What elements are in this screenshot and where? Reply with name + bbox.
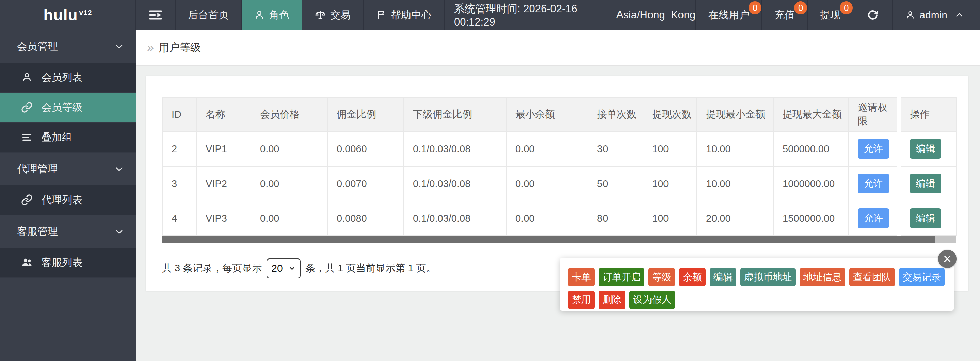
balance-button[interactable]: 余额 <box>679 268 706 286</box>
admin-app: huluv12 后台首页 角色 <box>0 0 980 361</box>
sidebar-item-member-level[interactable]: 会员等级 <box>0 93 136 123</box>
cell-min-withdraw: 10.00 <box>697 166 773 201</box>
cell-max-withdraw: 1500000.00 <box>773 201 849 236</box>
invite-permission-button[interactable]: 允许 <box>858 174 889 193</box>
nav-item-online-users[interactable]: 在线用户 0 <box>696 0 762 30</box>
sidebar-item-member-list[interactable]: 会员列表 <box>0 63 136 93</box>
delete-button[interactable]: 删除 <box>599 291 625 309</box>
table-row: 4 VIP3 0.00 0.0080 0.1/0.03/0.08 0.00 80… <box>162 201 956 236</box>
timezone: Asia/Hong_Kong <box>616 9 696 21</box>
scales-icon <box>315 9 326 21</box>
cell-name: VIP2 <box>196 166 251 201</box>
sidebar-item-label: 客服列表 <box>41 256 83 270</box>
disable-button[interactable]: 禁用 <box>568 291 595 309</box>
address-info-button[interactable]: 地址信息 <box>800 268 845 286</box>
cell-name: VIP3 <box>196 201 251 236</box>
cell-price: 0.00 <box>251 201 328 236</box>
scrollbar-thumb[interactable] <box>162 236 935 243</box>
cell-name: VIP1 <box>196 131 251 166</box>
sidebar-group-service-mgmt[interactable]: 客服管理 <box>0 215 136 248</box>
cell-withdraw-count: 100 <box>643 201 697 236</box>
users-icon <box>21 257 33 268</box>
main-content: ID 名称 会员价格 佣金比例 下级佣金比例 最小余额 接单次数 提现次数 提现… <box>136 66 980 361</box>
cell-sub-commission: 0.1/0.03/0.08 <box>404 166 506 201</box>
app-logo[interactable]: huluv12 <box>0 0 136 30</box>
admin-menu[interactable]: admin <box>893 0 980 30</box>
cell-sub-commission: 0.1/0.03/0.08 <box>404 131 506 166</box>
sidebar-toggle-button[interactable] <box>136 0 176 30</box>
col-header-order-count: 接单次数 <box>588 97 643 131</box>
edit-button[interactable]: 编辑 <box>910 174 941 193</box>
nav-item-recharge-label: 充值 <box>775 8 795 22</box>
cell-price: 0.00 <box>251 166 328 201</box>
user-icon <box>21 72 33 83</box>
select-chevron-down-icon <box>288 265 296 272</box>
chevron-down-icon <box>115 164 124 174</box>
nav-item-trade[interactable]: 交易 <box>302 0 364 30</box>
list-icon <box>21 131 33 143</box>
col-header-commission: 佣金比例 <box>328 97 404 131</box>
sidebar-item-label: 代理列表 <box>41 193 83 207</box>
refresh-button[interactable] <box>853 0 893 30</box>
cell-id: 2 <box>162 131 196 166</box>
trade-records-button[interactable]: 交易记录 <box>899 268 945 286</box>
sidebar-group-agent-mgmt[interactable]: 代理管理 <box>0 153 136 185</box>
user-level-table: ID 名称 会员价格 佣金比例 下级佣金比例 最小余额 接单次数 提现次数 提现… <box>162 97 956 236</box>
table-row: 2 VIP1 0.00 0.0060 0.1/0.03/0.08 0.00 30… <box>162 131 956 166</box>
cell-id: 4 <box>162 201 196 236</box>
cell-order-count: 50 <box>588 166 643 201</box>
col-header-min-withdraw: 提现最小金额 <box>697 97 773 131</box>
system-status-area: 系统管理时间: 2026-02-16 00:12:29 Asia/Hong_Ko… <box>445 0 696 30</box>
sidebar-group-member-mgmt[interactable]: 会员管理 <box>0 30 136 63</box>
col-header-sub-commission: 下级佣金比例 <box>404 97 506 131</box>
sidebar-item-overlay-group[interactable]: 叠加组 <box>0 123 136 153</box>
horizontal-scrollbar[interactable] <box>162 236 956 243</box>
link-icon <box>21 194 33 206</box>
pagination-suffix: 条，共 1 页当前显示第 1 页。 <box>305 262 436 275</box>
order-open-button[interactable]: 订单开启 <box>599 268 644 286</box>
nav-item-role-label: 角色 <box>269 8 290 22</box>
admin-user-icon <box>905 10 915 20</box>
invite-permission-button[interactable]: 允许 <box>858 139 889 159</box>
table-header-row: ID 名称 会员价格 佣金比例 下级佣金比例 最小余额 接单次数 提现次数 提现… <box>162 97 956 131</box>
cell-min-withdraw: 20.00 <box>697 201 773 236</box>
cell-order-count: 30 <box>588 131 643 166</box>
nav-item-withdraw[interactable]: 提现 0 <box>808 0 853 30</box>
chevron-down-icon <box>115 227 124 236</box>
cell-max-withdraw: 1000000.00 <box>773 166 849 201</box>
col-header-withdraw-count: 提现次数 <box>643 97 697 131</box>
user-icon <box>254 10 265 21</box>
popup-close-button[interactable] <box>938 250 956 268</box>
edit-button[interactable]: 编辑 <box>910 139 941 159</box>
sidebar-item-agent-list[interactable]: 代理列表 <box>0 185 136 215</box>
nav-item-recharge[interactable]: 充值 0 <box>762 0 808 30</box>
cell-commission: 0.0080 <box>328 201 404 236</box>
nav-item-online-users-label: 在线用户 <box>708 8 749 22</box>
refresh-icon <box>866 8 879 21</box>
sidebar-item-label: 会员等级 <box>41 101 83 114</box>
set-fake-user-button[interactable]: 设为假人 <box>629 291 675 309</box>
chevron-up-icon <box>955 11 964 19</box>
edit-button[interactable]: 编辑 <box>710 268 736 286</box>
sidebar-item-service-list[interactable]: 客服列表 <box>0 248 136 278</box>
cell-commission: 0.0060 <box>328 131 404 166</box>
flag-icon <box>376 10 387 21</box>
nav-item-trade-label: 交易 <box>330 8 351 22</box>
top-navbar: huluv12 后台首页 角色 <box>0 0 980 30</box>
crypto-address-button[interactable]: 虚拟币地址 <box>740 268 795 286</box>
invite-permission-button[interactable]: 允许 <box>858 208 889 228</box>
nav-item-role[interactable]: 角色 <box>242 0 302 30</box>
cell-min-withdraw: 10.00 <box>697 131 773 166</box>
withdraw-badge: 0 <box>840 2 853 14</box>
level-button[interactable]: 等级 <box>649 268 675 286</box>
page-size-select[interactable]: 20 <box>267 259 301 278</box>
recharge-badge: 0 <box>794 2 807 14</box>
card-order-button[interactable]: 卡单 <box>568 268 595 286</box>
view-team-button[interactable]: 查看团队 <box>849 268 895 286</box>
col-header-id: ID <box>162 97 196 131</box>
edit-button[interactable]: 编辑 <box>910 208 941 228</box>
nav-item-home[interactable]: 后台首页 <box>176 0 242 30</box>
nav-item-withdraw-label: 提现 <box>820 8 840 22</box>
row-actions-popup: 卡单 订单开启 等级 余额 编辑 虚拟币地址 地址信息 查看团队 交易记录 禁用… <box>560 258 954 311</box>
nav-item-help[interactable]: 帮助中心 <box>364 0 445 30</box>
